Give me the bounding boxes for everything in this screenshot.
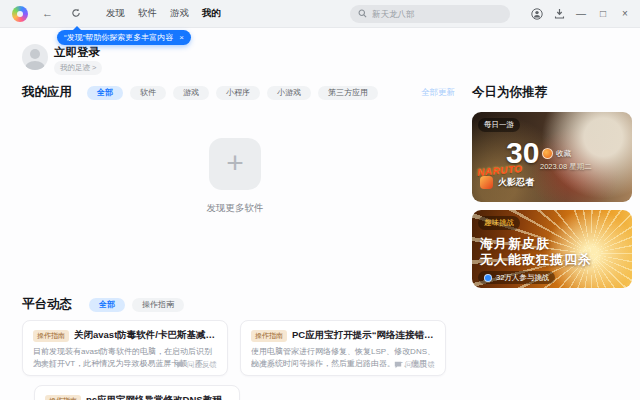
daily-game-card[interactable]: 每日一游 NARUTO 30 收藏 2023.08 星期二 火影忍者	[472, 112, 632, 202]
news-footer: 26天前 问题反馈	[33, 360, 217, 370]
my-apps-title: 我的应用	[22, 84, 72, 101]
calendar-date: 2023.08 星期二	[540, 162, 592, 172]
participants-icon	[484, 274, 492, 282]
nav-software[interactable]: 软件	[138, 7, 157, 20]
my-apps-tabs: 全部 软件 游戏 小程序 小游戏 第三方应用	[80, 86, 378, 100]
challenge-card[interactable]: 趣味挑战 海月新皮肤 无人能敌狂揽四杀 32万人参与挑战	[472, 210, 632, 288]
feed-tab-guide[interactable]: 操作指南	[132, 298, 184, 312]
favorite-row[interactable]: 收藏	[542, 148, 571, 159]
nav-mine[interactable]: 我的	[202, 7, 221, 20]
tooltip-arrow	[73, 26, 81, 30]
favorite-icon	[542, 148, 553, 159]
news-time: 26天前	[33, 360, 56, 370]
empty-apps-area: + 发现更多软件	[15, 124, 455, 215]
download-manager-icon[interactable]	[552, 7, 566, 21]
nav-games[interactable]: 游戏	[170, 7, 189, 20]
feedback-link[interactable]: 问题反馈	[176, 360, 217, 370]
news-tag: 操作指南	[45, 395, 81, 400]
titlebar: ← 发现 软件 游戏 我的	[0, 0, 640, 28]
feed-tab-all[interactable]: 全部	[89, 298, 125, 312]
tab-games[interactable]: 游戏	[173, 86, 209, 100]
feed-header: 平台动态 全部 操作指南	[22, 296, 184, 313]
tab-thirdparty[interactable]: 第三方应用	[318, 86, 378, 100]
feedback-link[interactable]: 问题反馈	[394, 360, 435, 370]
participants-count: 32万人参与挑战	[496, 273, 549, 283]
account-icon[interactable]	[530, 7, 544, 21]
back-button[interactable]: ←	[38, 6, 57, 21]
tab-software[interactable]: 软件	[130, 86, 166, 100]
search-box[interactable]	[350, 5, 510, 23]
tab-minigames[interactable]: 小游戏	[267, 86, 311, 100]
feedback-icon	[176, 361, 184, 369]
avatar-head	[30, 49, 40, 59]
feed-tabs: 全部 操作指南	[82, 298, 184, 312]
search-input[interactable]	[372, 9, 502, 19]
news-tag: 操作指南	[251, 330, 287, 342]
daily-game-badge: 每日一游	[478, 118, 520, 132]
tooltip-text: “发现”帮助你探索更多丰富内容	[64, 32, 173, 43]
refresh-icon	[71, 8, 81, 18]
feedback-label: 问题反馈	[405, 360, 435, 370]
my-apps-header: 我的应用 全部 软件 游戏 小程序 小游戏 第三方应用 全部更新	[22, 84, 455, 101]
news-head: 操作指南 关闭avast防毒软件/卡巴斯基减少卡顿现象	[33, 329, 217, 342]
minimize-button[interactable]: —	[574, 7, 588, 21]
plus-icon: +	[226, 148, 244, 178]
calendar-day: 30	[506, 138, 539, 168]
update-all-link[interactable]: 全部更新	[421, 87, 455, 99]
game-icon	[480, 176, 493, 189]
footprint-link[interactable]: 我的足迹 >	[54, 61, 102, 75]
recommend-title: 今日为你推荐	[472, 84, 632, 101]
tooltip-close-icon[interactable]: ×	[179, 33, 184, 42]
feed-title: 平台动态	[22, 296, 72, 313]
titlebar-icons: — □ ×	[522, 7, 632, 21]
app-logo-icon[interactable]	[12, 6, 28, 22]
challenge-stat-pill: 32万人参与挑战	[478, 271, 555, 284]
feedback-label: 问题反馈	[187, 360, 217, 370]
news-title: 关闭avast防毒软件/卡巴斯基减少卡顿现象	[74, 329, 217, 342]
daily-game-row: 火影忍者	[480, 176, 534, 189]
maximize-button[interactable]: □	[596, 7, 610, 21]
discover-tooltip: “发现”帮助你探索更多丰富内容 ×	[57, 30, 191, 45]
news-head: 操作指南 pc应用宝网络异常修改DNS教程	[45, 394, 229, 400]
add-software-label: 发现更多软件	[15, 202, 455, 215]
login-button[interactable]: 立即登录	[54, 45, 100, 60]
app-window: ← 发现 软件 游戏 我的	[0, 0, 640, 400]
feedback-icon	[394, 361, 402, 369]
news-footer: 29天前 问题反馈	[251, 360, 435, 370]
main-nav: 发现 软件 游戏 我的	[93, 7, 221, 20]
feed-grid: 操作指南 关闭avast防毒软件/卡巴斯基减少卡顿现象 目前发现装有avast防…	[22, 320, 446, 400]
news-card-network-error[interactable]: 操作指南 PC应用宝打开提示“网络连接错误” 使用电脑管家进行网络修复、恢复LS…	[240, 320, 446, 376]
favorite-label: 收藏	[556, 149, 571, 159]
news-card-dns[interactable]: 操作指南 pc应用宝网络异常修改DNS教程	[34, 385, 240, 400]
tab-all-apps[interactable]: 全部	[87, 86, 123, 100]
close-button[interactable]: ×	[618, 7, 632, 21]
recommend-column: 今日为你推荐 每日一游 NARUTO 30 收藏 2023.08 星期二 火影忍…	[472, 84, 632, 288]
search-icon	[358, 9, 367, 18]
refresh-button[interactable]	[67, 6, 85, 22]
challenge-badge: 趣味挑战	[478, 216, 520, 230]
news-tag: 操作指南	[33, 330, 69, 342]
news-title: pc应用宝网络异常修改DNS教程	[86, 394, 222, 400]
news-head: 操作指南 PC应用宝打开提示“网络连接错误”	[251, 329, 435, 342]
game-name: 火影忍者	[498, 176, 534, 189]
avatar[interactable]	[22, 44, 48, 70]
add-software-button[interactable]: +	[209, 138, 261, 190]
news-card-avast[interactable]: 操作指南 关闭avast防毒软件/卡巴斯基减少卡顿现象 目前发现装有avast防…	[22, 320, 228, 376]
challenge-title-line2: 无人能敌狂揽四杀	[480, 251, 592, 269]
avatar-body	[25, 61, 45, 70]
news-title: PC应用宝打开提示“网络连接错误”	[292, 329, 435, 342]
news-time: 29天前	[251, 360, 274, 370]
tab-miniprograms[interactable]: 小程序	[216, 86, 260, 100]
nav-discover[interactable]: 发现	[106, 7, 125, 20]
